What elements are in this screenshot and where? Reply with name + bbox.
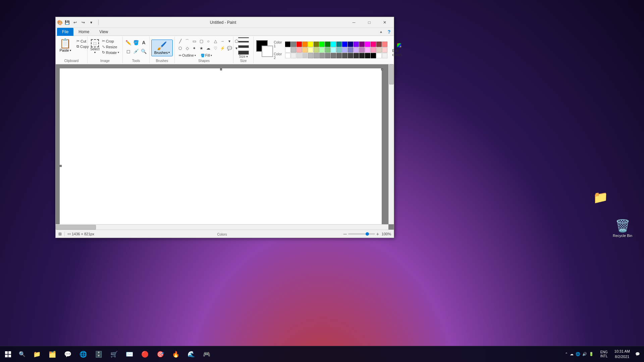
color-tan[interactable] xyxy=(376,47,382,53)
color-navy[interactable] xyxy=(348,42,353,47)
color-gray10[interactable] xyxy=(354,53,359,58)
color-lime[interactable] xyxy=(319,42,325,47)
color-silver[interactable] xyxy=(291,47,296,53)
tray-cloud[interactable]: ☁ xyxy=(570,352,574,356)
taskbar-icon-12[interactable]: 🎮 xyxy=(199,347,214,362)
color-light-gray[interactable] xyxy=(302,53,308,58)
magnifier-tool[interactable]: 🔍 xyxy=(140,47,147,55)
color-medium-teal[interactable] xyxy=(336,47,342,53)
horizontal-scrollbar[interactable] xyxy=(56,224,388,230)
shape-triangle[interactable]: △ xyxy=(212,38,219,45)
color-violet[interactable] xyxy=(354,42,359,47)
outline-button[interactable]: ✏ Outline ▾ xyxy=(177,53,197,58)
taskbar-file-explorer[interactable]: 📁 xyxy=(30,347,44,362)
color-gray7[interactable] xyxy=(336,53,342,58)
color-gray[interactable] xyxy=(291,42,296,47)
shape-cloud[interactable]: ☁ xyxy=(205,45,212,52)
taskbar-mail[interactable]: ✉️ xyxy=(122,347,137,362)
shape-line[interactable]: ╱ xyxy=(177,38,183,45)
taskbar-icon-11[interactable]: 🌊 xyxy=(184,347,199,362)
notification-icon[interactable]: 💬 xyxy=(634,351,641,358)
color-purple[interactable] xyxy=(359,42,365,47)
pencil-tool[interactable]: ✏️ xyxy=(125,39,132,47)
edit-colors-button[interactable]: Edit colors xyxy=(389,42,409,58)
taskbar-widgets[interactable]: 🗂️ xyxy=(45,347,60,362)
color-olive[interactable] xyxy=(314,42,319,47)
shape-dropdown-more[interactable]: ▾ xyxy=(226,38,233,45)
tray-network[interactable]: 🌐 xyxy=(576,352,580,356)
zoom-slider-thumb[interactable] xyxy=(366,232,369,236)
color-gray11[interactable] xyxy=(359,53,365,58)
vertical-scrollbar[interactable] xyxy=(388,64,394,224)
rotate-button[interactable]: ↻ Rotate ▾ xyxy=(101,50,120,55)
help-button[interactable]: ? xyxy=(386,28,392,35)
color-light-blue[interactable] xyxy=(342,47,347,53)
customize-qat-button[interactable]: ▾ xyxy=(88,19,95,26)
color-green[interactable] xyxy=(325,42,330,47)
shape-star4[interactable]: ✦ xyxy=(191,45,198,52)
taskbar-store[interactable]: 🛒 xyxy=(107,347,121,362)
color-gray8[interactable] xyxy=(342,53,347,58)
taskbar-clock[interactable]: 10:31 AM 8/2/2021 xyxy=(612,348,633,361)
desktop-icon-folder[interactable]: 📁 xyxy=(587,189,614,207)
color-light-orange[interactable] xyxy=(302,47,308,53)
tab-view[interactable]: View xyxy=(94,28,113,36)
redo-qat-button[interactable]: ↪ xyxy=(79,19,87,26)
color-near-white[interactable] xyxy=(291,53,296,58)
size-line-1[interactable] xyxy=(238,37,249,38)
start-button[interactable] xyxy=(0,346,16,362)
tray-chevron[interactable]: ⌃ xyxy=(565,352,568,356)
color-off-white[interactable] xyxy=(382,53,387,58)
color-brown[interactable] xyxy=(376,42,382,47)
color-pink-hot[interactable] xyxy=(371,42,376,47)
taskbar-folder-yellow[interactable]: 🗄️ xyxy=(91,347,106,362)
maximize-button[interactable]: □ xyxy=(362,17,377,28)
taskbar-icon-10[interactable]: 🔥 xyxy=(168,347,183,362)
color-orange[interactable] xyxy=(302,42,308,47)
color-light-magenta[interactable] xyxy=(365,47,370,53)
zoom-slider-track[interactable] xyxy=(348,233,375,235)
eraser-tool[interactable]: ◻ xyxy=(125,47,132,55)
color-black2[interactable] xyxy=(371,53,376,58)
color-light-olive[interactable] xyxy=(314,47,319,53)
color-salmon[interactable] xyxy=(382,42,387,47)
taskbar-teams[interactable]: 💬 xyxy=(60,347,75,362)
color-cyan[interactable] xyxy=(331,42,336,47)
shape-roundrect[interactable]: ▢ xyxy=(198,38,205,45)
canvas-resize-left[interactable] xyxy=(60,165,62,167)
tab-file[interactable]: File xyxy=(57,28,73,36)
color2-swatch[interactable] xyxy=(262,46,273,57)
tab-home[interactable]: Home xyxy=(73,28,94,36)
canvas-resize-right[interactable] xyxy=(381,68,383,70)
tray-sound[interactable]: 🔊 xyxy=(582,352,587,356)
shape-hexagon[interactable]: ⬡ xyxy=(177,45,183,52)
color-teal[interactable] xyxy=(336,42,342,47)
close-button[interactable]: ✕ xyxy=(377,17,392,28)
color-lighter-gray[interactable] xyxy=(297,53,302,58)
canvas-resize-top[interactable] xyxy=(220,68,222,70)
horizontal-scrollbar-thumb[interactable] xyxy=(56,225,96,230)
search-button[interactable]: 🔍 xyxy=(16,346,28,362)
select-tool-btn[interactable]: ⬚ Select ▾ xyxy=(90,39,100,58)
size-line-2[interactable] xyxy=(238,41,249,43)
shape-rect[interactable]: ▭ xyxy=(191,38,198,45)
color-blush[interactable] xyxy=(382,47,387,53)
color-medium-green[interactable] xyxy=(325,47,330,53)
crop-button[interactable]: ✂ Crop xyxy=(101,39,120,44)
ribbon-collapse-button[interactable]: ▲ xyxy=(378,28,384,35)
shape-star5[interactable]: ★ xyxy=(198,45,205,52)
color-gray12[interactable] xyxy=(365,53,370,58)
color-light-rose[interactable] xyxy=(371,47,376,53)
taskbar-chrome[interactable]: 🔴 xyxy=(138,347,152,362)
color-light-green[interactable] xyxy=(319,47,325,53)
brushes-button[interactable]: 🖌️ Brushes ▾ xyxy=(151,40,173,56)
color-white3[interactable] xyxy=(376,53,382,58)
color-white[interactable] xyxy=(285,47,290,53)
taskbar-icon-9[interactable]: 🎯 xyxy=(153,347,168,362)
resize-button[interactable]: ⤡ Resize xyxy=(101,44,120,49)
desktop-icon-recycle-bin[interactable]: 🗑️ Recycle Bin xyxy=(609,218,636,240)
color-gray4[interactable] xyxy=(319,53,325,58)
color-gray2[interactable] xyxy=(308,53,313,58)
shape-curve[interactable]: ⌒ xyxy=(184,38,191,45)
save-qat-button[interactable]: 💾 xyxy=(63,19,71,26)
